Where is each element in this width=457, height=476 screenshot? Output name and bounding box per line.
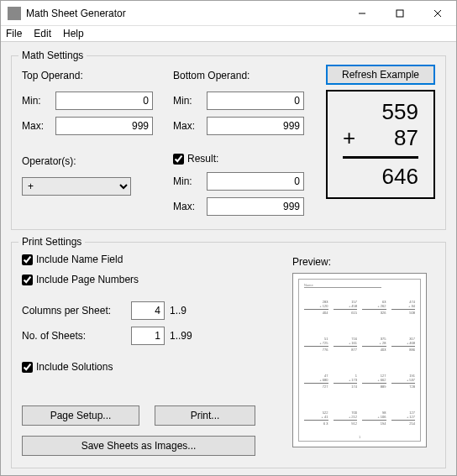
example-box: 559 + 87 646 (326, 90, 435, 199)
result-label: Result: (187, 153, 218, 165)
include-solutions-checkbox[interactable] (22, 362, 33, 373)
top-min-input[interactable] (55, 92, 153, 110)
include-name-checkbox[interactable] (22, 254, 33, 265)
operators-label: Operator(s): (22, 155, 76, 167)
math-settings-group: Math Settings Top Operand: Min: Max: Ope… (11, 55, 446, 230)
example-top: 559 (382, 99, 418, 125)
example-result: 646 (382, 164, 418, 190)
include-page-checkbox[interactable] (22, 275, 33, 285)
bottom-max-input[interactable] (207, 117, 304, 135)
columns-hint: 1..9 (170, 305, 186, 316)
maximize-button[interactable] (381, 1, 418, 26)
sheets-hint: 1..99 (170, 330, 192, 342)
result-checkbox[interactable] (173, 154, 184, 165)
example-rule (343, 156, 418, 159)
page-setup-button[interactable]: Page Setup... (22, 405, 139, 426)
include-solutions-label: Include Solutions (36, 361, 113, 373)
preview-label: Preview: (292, 256, 331, 268)
bottom-min-label: Min: (173, 95, 207, 107)
result-max-input[interactable] (207, 197, 304, 216)
refresh-example-button[interactable]: Refresh Example (326, 65, 435, 85)
math-settings-title: Math Settings (18, 50, 87, 61)
app-icon (8, 7, 21, 20)
window-title: Math Sheet Generator (26, 8, 343, 19)
menubar: File Edit Help (1, 26, 456, 42)
save-images-button[interactable]: Save Sheets as Images... (22, 436, 255, 456)
columns-input[interactable] (131, 301, 165, 320)
top-max-input[interactable] (55, 117, 153, 135)
preview-name-line: Name (304, 283, 381, 288)
bottom-min-input[interactable] (207, 92, 304, 110)
preview-box: Name 283+ 120404 157+ 458615 63+ 262326 … (292, 273, 427, 447)
titlebar: Math Sheet Generator (1, 1, 456, 26)
top-min-label: Min: (22, 95, 55, 107)
minimize-button[interactable] (343, 1, 381, 26)
result-min-label: Min: (173, 175, 207, 187)
top-max-label: Max: (22, 120, 55, 132)
include-page-label: Include Page Numbers (36, 274, 139, 285)
bottom-operand-label: Bottom Operand: (173, 70, 250, 81)
close-button[interactable] (418, 1, 456, 26)
print-button[interactable]: Print... (155, 405, 255, 426)
menu-help[interactable]: Help (63, 28, 84, 39)
example-operator: + (343, 125, 355, 151)
include-name-label: Include Name Field (36, 254, 123, 265)
operator-select[interactable]: + (22, 177, 131, 196)
menu-edit[interactable]: Edit (34, 28, 51, 39)
print-settings-group: Print Settings Include Name Field Includ… (11, 242, 446, 468)
example-bottom: 87 (394, 125, 418, 151)
top-operand-label: Top Operand: (22, 70, 83, 81)
print-settings-title: Print Settings (18, 236, 85, 248)
sheets-label: No. of Sheets: (22, 330, 131, 342)
result-min-input[interactable] (207, 172, 304, 191)
preview-grid: 283+ 120404 157+ 458615 63+ 262326 474+ … (304, 290, 415, 435)
menu-file[interactable]: File (6, 28, 22, 39)
preview-pagenum: 1 (304, 435, 415, 439)
columns-label: Columns per Sheet: (22, 305, 131, 316)
svg-rect-1 (397, 10, 403, 17)
result-max-label: Max: (173, 201, 207, 212)
sheets-input[interactable] (131, 327, 165, 345)
main-window: Math Sheet Generator File Edit Help Math… (0, 0, 457, 476)
preview-page: Name 283+ 120404 157+ 458615 63+ 262326 … (298, 279, 421, 442)
bottom-max-label: Max: (173, 120, 207, 132)
